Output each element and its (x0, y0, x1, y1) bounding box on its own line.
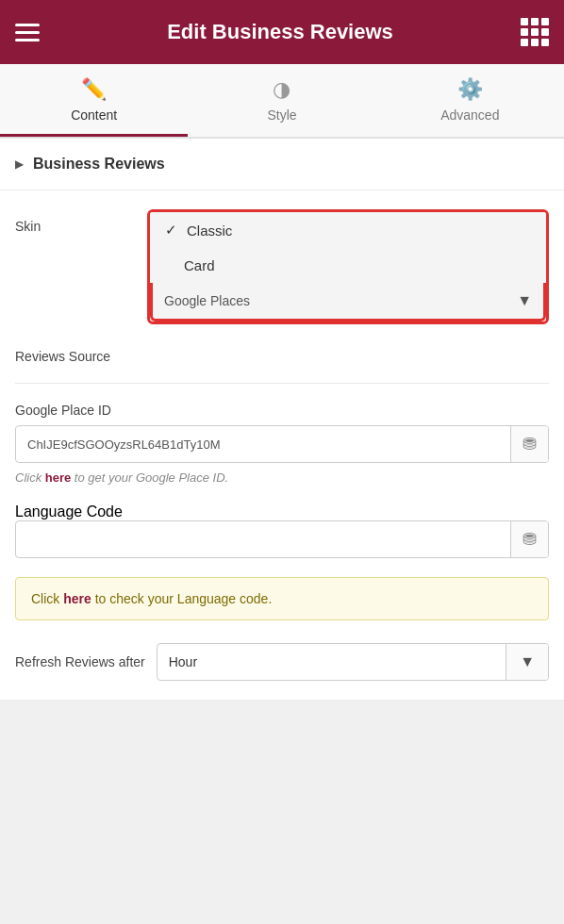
skin-card-label: Card (184, 257, 215, 273)
menu-button[interactable] (15, 24, 40, 41)
language-helper-suffix: to check your Language code. (91, 591, 272, 606)
skin-dropdown-popup[interactable]: ✓ Classic Card Google Places ▼ (147, 209, 549, 324)
tab-style[interactable]: ◑ Style (188, 64, 375, 137)
language-code-input[interactable] (16, 523, 510, 556)
pencil-icon: ✏️ (81, 77, 107, 102)
tab-bar: ✏️ Content ◑ Style ⚙️ Advanced (0, 64, 564, 139)
skin-option-card[interactable]: Card (150, 248, 546, 283)
google-helper-text: Click here to get your Google Place ID. (15, 470, 549, 485)
tab-advanced[interactable]: ⚙️ Advanced (376, 64, 564, 137)
checkmark-icon: ✓ (165, 222, 177, 239)
language-code-label: Language Code (15, 503, 123, 520)
page-title: Edit Business Reviews (167, 20, 393, 44)
chevron-icon: ▶ (15, 157, 24, 171)
helper-google-prefix: Click (15, 470, 45, 485)
section-title: Business Reviews (33, 156, 165, 173)
language-helper-prefix: Click (31, 591, 63, 606)
google-place-id-block: Google Place ID ⛃ (15, 403, 549, 463)
google-place-id-input-row: ⛃ (15, 425, 549, 463)
language-code-section: Language Code ⛃ (15, 503, 549, 558)
reviews-source-value: Google Places (153, 284, 506, 318)
database-icon[interactable]: ⛃ (510, 426, 548, 462)
helper-google-link[interactable]: here (45, 470, 71, 485)
circle-half-icon: ◑ (273, 77, 290, 102)
tab-style-label: Style (267, 107, 296, 123)
language-info-box: Click here to check your Language code. (15, 577, 549, 620)
language-code-input-row: ⛃ (15, 520, 549, 558)
skin-option-classic[interactable]: ✓ Classic (150, 212, 546, 248)
tab-content-label: Content (71, 107, 117, 123)
refresh-value: Hour (158, 645, 506, 679)
tab-advanced-label: Advanced (440, 107, 499, 123)
refresh-label: Refresh Reviews after (15, 654, 145, 669)
refresh-row: Refresh Reviews after Hour ▼ (15, 643, 549, 681)
helper-google-suffix: to get your Google Place ID. (71, 470, 228, 485)
reviews-source-select[interactable]: Google Places ▼ (150, 283, 546, 322)
skin-row: Skin ✓ Classic Card Google Places ▼ (15, 209, 549, 324)
gear-icon: ⚙️ (457, 77, 483, 102)
apps-button[interactable] (521, 18, 549, 46)
app-header: Edit Business Reviews (0, 0, 564, 64)
google-place-id-input[interactable] (16, 428, 510, 461)
language-database-icon[interactable]: ⛃ (510, 521, 548, 557)
skin-dropdown-container: ✓ Classic Card Google Places ▼ (147, 209, 549, 324)
reviews-source-label: Reviews Source (15, 339, 147, 364)
skin-classic-label: Classic (187, 223, 232, 239)
google-place-id-label: Google Place ID (15, 403, 549, 418)
section-header: ▶ Business Reviews (0, 139, 564, 190)
language-helper-link[interactable]: here (63, 591, 91, 606)
refresh-arrow-icon[interactable]: ▼ (506, 644, 548, 680)
reviews-source-row: Reviews Source (15, 339, 549, 364)
form-area: Skin ✓ Classic Card Google Places ▼ Revi… (0, 190, 564, 700)
tab-content[interactable]: ✏️ Content (0, 64, 188, 137)
reviews-source-arrow-icon: ▼ (506, 283, 543, 319)
skin-label: Skin (15, 209, 147, 234)
separator (15, 383, 549, 384)
refresh-select[interactable]: Hour ▼ (157, 643, 549, 681)
